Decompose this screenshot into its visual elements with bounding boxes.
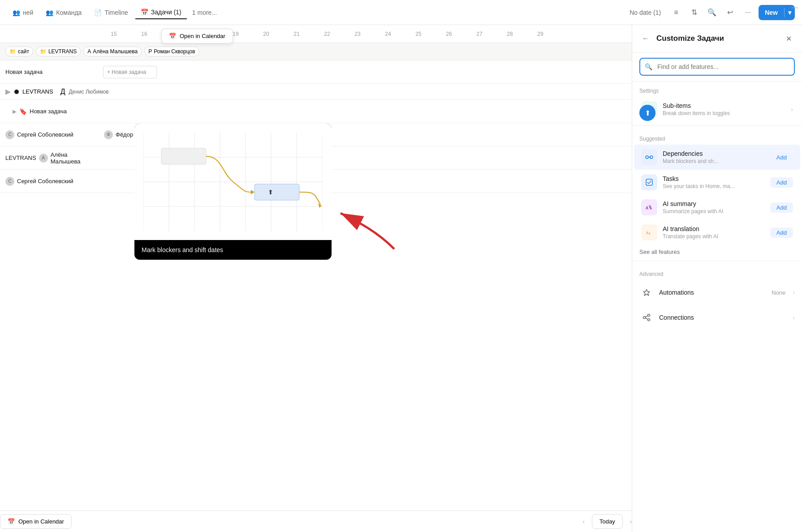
tab-more[interactable]: 1 more... [189, 6, 220, 19]
automations-name: Automations [659, 289, 766, 296]
alena-avatar: А [87, 48, 91, 55]
date-header: 151617181920212223242526272829 [0, 25, 632, 43]
more-icon-btn[interactable]: ··· [741, 5, 755, 20]
divider-1 [632, 125, 802, 126]
alena-avatar-2: А [39, 154, 48, 163]
person-chip-levtrans[interactable]: 📁 LEVTRANS [36, 47, 81, 56]
nei-icon: 👥 [13, 9, 20, 16]
see-all-features-link[interactable]: See all features [632, 245, 802, 257]
svg-text:⬆: ⬆ [268, 189, 273, 196]
people-row: 📁 сайт 📁 LEVTRANS А Алёна Малышева Р Ром… [0, 43, 632, 60]
panel-back-button[interactable]: ← [639, 32, 652, 45]
connections-icon [639, 310, 654, 325]
date-cell: 27 [464, 31, 495, 37]
feature-row-ai-translation[interactable]: Aa AI translation Translate pages with A… [634, 220, 800, 245]
date-cell: 22 [312, 31, 342, 37]
svg-point-27 [648, 314, 650, 317]
ai-translation-add-button[interactable]: Add [770, 227, 793, 238]
search-icon: 🔍 [645, 63, 652, 70]
ai-translation-desc: Translate pages with AI [663, 233, 765, 240]
tab-nei[interactable]: 👥 ней [7, 6, 39, 19]
filter-icon-btn[interactable]: ≡ [669, 5, 683, 20]
ai-summary-desc: Summarize pages with AI [663, 208, 765, 215]
undo-icon-btn[interactable]: ↩ [723, 5, 737, 20]
person-chip-sait[interactable]: 📁 сайт [5, 47, 33, 56]
date-cell: 29 [525, 31, 556, 37]
tab-timeline[interactable]: 📄 Timeline [89, 6, 133, 19]
svg-rect-11 [161, 148, 206, 164]
tab-zadachi[interactable]: 📅 Задачи (1) [135, 6, 187, 19]
dependencies-icon [641, 149, 657, 165]
row-label-1: Новая задача [0, 69, 99, 75]
panel-body: Settings Sub-items Break down items in t… [632, 82, 802, 532]
feature-row-dependencies[interactable]: Dependencies Mark blockers and sh... Add [634, 145, 800, 170]
advanced-section-label: Advanced [632, 265, 802, 280]
divider-2 [632, 261, 802, 261]
panel-title: Customize Задачи [656, 34, 724, 43]
no-date-button[interactable]: No date (1) [625, 7, 665, 18]
dependencies-add-button[interactable]: Add [770, 152, 793, 163]
ai-translation-icon: Aa [641, 224, 657, 240]
sub-items-chevron-icon: › [791, 106, 793, 113]
panel-header: ← Customize Задачи ✕ [632, 25, 802, 52]
search-icon-btn[interactable]: 🔍 [705, 5, 719, 20]
advanced-row-automations[interactable]: Automations None › [632, 280, 802, 305]
svg-marker-12 [251, 190, 254, 194]
upgrade-icon: ⬆ [639, 105, 655, 121]
panel-close-button[interactable]: ✕ [782, 32, 795, 45]
ai-summary-add-button[interactable]: Add [770, 202, 793, 213]
main-content: 📅 Open in Calendar 151617181920212223242… [0, 25, 802, 532]
minimize-button[interactable]: — [791, 4, 798, 12]
levtrans-folder-icon: 📁 [40, 48, 47, 55]
group-dot-levtrans [14, 90, 19, 94]
svg-point-26 [643, 317, 646, 319]
sub-items-desc: Break down items in toggles [663, 110, 785, 116]
tab-komanda[interactable]: 👥 Команда [40, 6, 87, 19]
date-cell: 28 [495, 31, 525, 37]
person-chip-alena[interactable]: А Алёна Малышева [83, 47, 142, 56]
tasks-add-button[interactable]: Add [770, 177, 793, 188]
sergei-avatar-2: С [5, 177, 14, 186]
dependencies-desc: Mark blockers and sh... [663, 158, 765, 164]
feature-row-sub-items[interactable]: Sub-items Break down items in toggles › [634, 97, 800, 122]
sergei-avatar: С [5, 130, 14, 139]
komanda-icon: 👥 [46, 9, 53, 16]
open-calendar-button[interactable]: 📅 Open in Calendar [161, 29, 233, 43]
bottom-bar: 📅 Open in Calendar ‹ Today › [0, 511, 632, 532]
feature-row-tasks[interactable]: Tasks See your tasks in Home, ma... Add [634, 170, 800, 195]
person-chip-roman[interactable]: Р Роман Скворцов [144, 47, 199, 56]
roman-avatar: Р [148, 48, 152, 55]
feature-search-input[interactable] [639, 58, 795, 76]
tasks-desc: See your tasks in Home, ma... [663, 183, 765, 189]
automations-chevron-icon: › [793, 289, 795, 296]
tasks-name: Tasks [663, 175, 765, 182]
tooltip-caption: Mark blockers and shift dates [134, 240, 332, 260]
search-wrapper: 🔍 [632, 52, 802, 82]
sort-icon-btn[interactable]: ⇅ [687, 5, 701, 20]
suggested-section-label: Suggested [632, 129, 802, 145]
svg-point-20 [646, 156, 648, 159]
open-calendar-bottom-btn[interactable]: 📅 Open in Calendar [0, 514, 72, 529]
settings-section-label: Settings [632, 82, 802, 97]
ai-summary-name: AI summary [663, 200, 765, 207]
feature-row-ai-summary[interactable]: AI summary Summarize pages with AI Add [634, 195, 800, 220]
svg-rect-24 [646, 179, 652, 185]
calendar-icon: 📅 [169, 33, 176, 39]
svg-rect-13 [254, 184, 299, 200]
dependencies-name: Dependencies [663, 150, 765, 157]
gantt-row-1: Новая задача + Новая задача [0, 60, 632, 84]
task-chip-1[interactable]: + Новая задача [103, 66, 157, 78]
fedor-avatar: Ф [104, 130, 113, 139]
dependency-diagram: ⬆ [143, 133, 323, 231]
customize-panel: ← Customize Задачи ✕ 🔍 ⬆ Settings [632, 25, 802, 532]
gantt-area: 📅 Open in Calendar 151617181920212223242… [0, 25, 632, 532]
group-row-levtrans: ▶ LEVTRANS Д Денис Любимов [0, 84, 632, 100]
row-label-2: ▶ 🔖 Новая задача [0, 108, 99, 115]
gantt-row-2: ▶ 🔖 Новая задача [0, 100, 632, 123]
today-button[interactable]: Today [592, 514, 623, 529]
folder-icon: 📁 [9, 48, 16, 55]
advanced-row-connections[interactable]: Connections › [632, 305, 802, 330]
row-label-5: С Сергей Соболевский [0, 177, 99, 186]
sub-items-name: Sub-items [663, 102, 785, 109]
new-button[interactable]: New ▾ [759, 5, 795, 20]
